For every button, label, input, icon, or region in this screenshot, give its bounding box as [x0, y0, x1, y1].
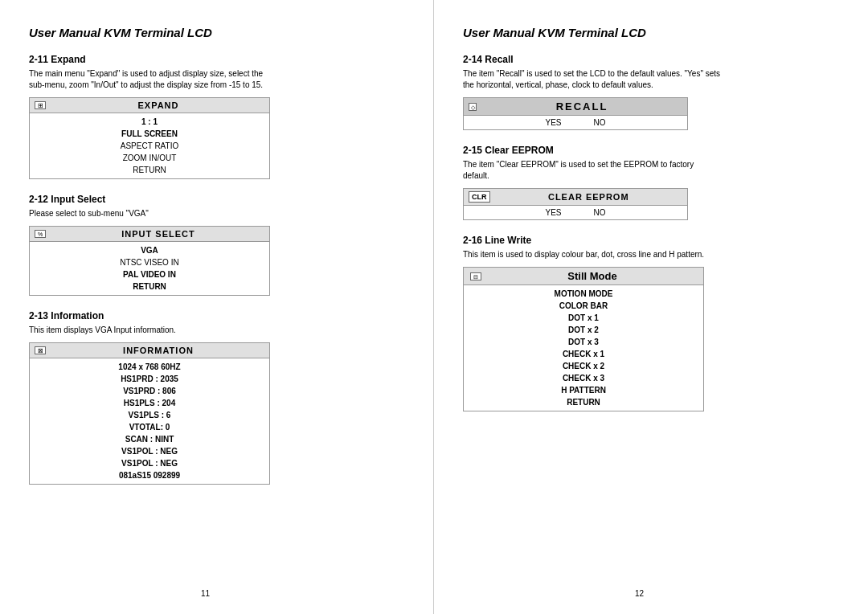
still-item-2: COLOR BAR [464, 300, 703, 312]
info-item-8: VS1POL : NEG [30, 445, 269, 457]
section-expand: 2-11 Expand The main menu "Expand" is us… [29, 54, 404, 179]
input-select-menu-box: % INPUT SELECT VGA NTSC VISEO IN PAL VID… [29, 226, 270, 296]
left-page: User Manual KVM Terminal LCD 2-11 Expand… [0, 0, 434, 614]
info-menu-title: INFORMATION [52, 346, 264, 355]
section-clr-heading: 2-15 Clear EEPROM [463, 145, 839, 156]
clr-menu-header: CLR CLEAR EEPROM [464, 189, 687, 206]
section-clr-desc: The item "Clear EEPROM" is used to set t… [463, 159, 839, 182]
info-menu-header: ⊠ INFORMATION [30, 343, 269, 358]
recall-menu-header: ◇ RECALL [464, 98, 687, 116]
still-item-3: DOT x 1 [464, 312, 703, 324]
info-item-9: VS1POL : NEG [30, 457, 269, 469]
section-info-heading: 2-13 Information [29, 310, 404, 321]
info-menu-box: ⊠ INFORMATION 1024 x 768 60HZ HS1PRD : 2… [29, 342, 270, 485]
still-item-4: DOT x 2 [464, 324, 703, 336]
clr-no: NO [594, 208, 606, 217]
info-item-10: 081aS15 092899 [30, 469, 269, 481]
section-expand-heading: 2-11 Expand [29, 54, 404, 65]
clr-yes-no: YES NO [464, 206, 687, 219]
expand-item-3: ASPECT RATIO [30, 140, 269, 152]
info-icon: ⊠ [35, 346, 46, 354]
clr-yes: YES [545, 208, 561, 217]
recall-yes: YES [545, 118, 561, 127]
still-item-6: CHECK x 1 [464, 348, 703, 360]
still-menu-box: ⊟ Still Mode MOTION MODE COLOR BAR DOT x… [463, 267, 704, 411]
section-line-write: 2-16 Line Write This item is used to dis… [463, 235, 839, 411]
still-item-5: DOT x 3 [464, 336, 703, 348]
expand-menu-header: ⊞ EXPAND [30, 98, 269, 113]
input-item-3: PAL VIDEO IN [30, 268, 269, 280]
input-item-2: NTSC VISEO IN [30, 256, 269, 268]
info-item-4: HS1PLS : 204 [30, 397, 269, 409]
recall-menu-box: ◇ RECALL YES NO [463, 97, 688, 130]
expand-icon: ⊞ [35, 101, 46, 109]
input-select-icon: % [35, 230, 46, 238]
section-recall-desc: The item "Recall" is used to set the LCD… [463, 68, 839, 91]
section-input-heading: 2-12 Input Select [29, 194, 404, 205]
left-page-title: User Manual KVM Terminal LCD [29, 26, 404, 39]
info-item-5: VS1PLS : 6 [30, 409, 269, 421]
recall-icon: ◇ [469, 103, 477, 111]
section-clear-eeprom: 2-15 Clear EEPROM The item "Clear EEPROM… [463, 145, 839, 220]
still-menu-title: Still Mode [488, 270, 697, 282]
input-item-1: VGA [30, 244, 269, 256]
section-input-desc: Please select to sub-menu "VGA" [29, 208, 404, 219]
section-lw-desc: This item is used to display colour bar,… [463, 249, 839, 260]
right-page-title: User Manual KVM Terminal LCD [463, 26, 839, 39]
recall-no: NO [594, 118, 606, 127]
expand-item-1: 1 : 1 [30, 116, 269, 128]
section-expand-desc: The main menu "Expand" is used to adjust… [29, 68, 404, 91]
expand-item-5: RETURN [30, 164, 269, 176]
info-item-6: VTOTAL: 0 [30, 421, 269, 433]
recall-yes-no: YES NO [464, 116, 687, 129]
expand-menu-box: ⊞ EXPAND 1 : 1 FULL SCREEN ASPECT RATIO … [29, 97, 270, 179]
still-icon: ⊟ [470, 272, 481, 280]
still-item-9: H PATTERN [464, 384, 703, 396]
clr-tag: CLR [469, 191, 490, 203]
info-item-3: VS1PRD : 806 [30, 385, 269, 397]
input-select-menu-title: INPUT SELECT [52, 229, 264, 239]
expand-item-2: FULL SCREEN [30, 128, 269, 140]
section-lw-heading: 2-16 Line Write [463, 235, 839, 246]
right-page: User Manual KVM Terminal LCD 2-14 Recall… [434, 0, 868, 614]
input-select-menu-header: % INPUT SELECT [30, 227, 269, 242]
info-item-7: SCAN : NINT [30, 433, 269, 445]
expand-menu-title: EXPAND [52, 100, 264, 110]
still-item-8: CHECK x 3 [464, 372, 703, 384]
section-info-desc: This item displays VGA Input information… [29, 325, 404, 336]
section-recall: 2-14 Recall The item "Recall" is used to… [463, 54, 839, 130]
recall-menu-title: RECALL [481, 100, 682, 113]
page-number-right: 12 [635, 589, 644, 598]
input-item-4: RETURN [30, 280, 269, 293]
clr-menu-box: CLR CLEAR EEPROM YES NO [463, 188, 688, 220]
page-number-left: 11 [201, 589, 210, 598]
clr-menu-title: CLEAR EEPROM [495, 192, 683, 202]
section-information: 2-13 Information This item displays VGA … [29, 310, 404, 485]
info-item-2: HS1PRD : 2035 [30, 373, 269, 385]
still-item-7: CHECK x 2 [464, 360, 703, 372]
info-item-1: 1024 x 768 60HZ [30, 361, 269, 373]
section-recall-heading: 2-14 Recall [463, 54, 839, 65]
still-item-10: RETURN [464, 396, 703, 408]
still-item-1: MOTION MODE [464, 288, 703, 300]
section-input-select: 2-12 Input Select Please select to sub-m… [29, 194, 404, 296]
still-menu-header: ⊟ Still Mode [464, 268, 703, 285]
expand-item-4: ZOOM IN/OUT [30, 152, 269, 164]
